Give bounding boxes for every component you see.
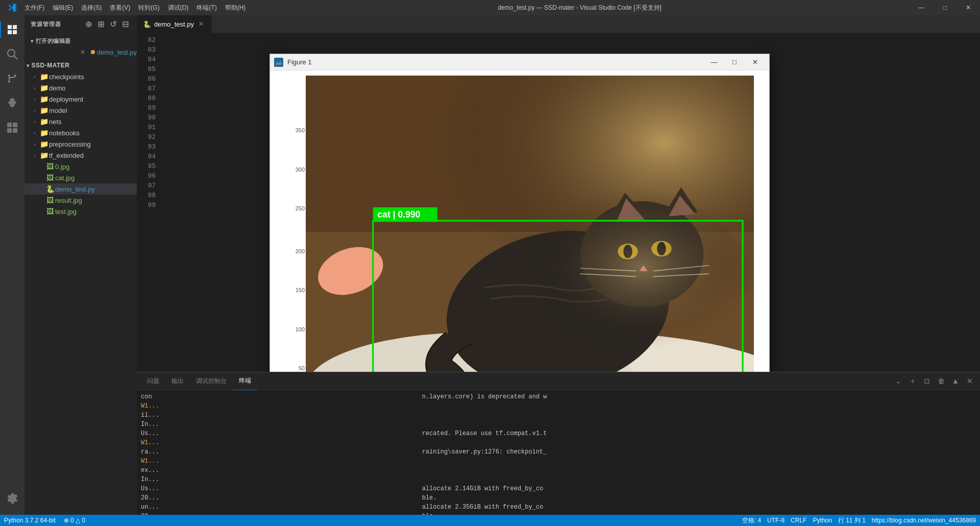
tab-close-btn[interactable]: ✕ (197, 20, 205, 28)
open-editor-item-demo-test[interactable]: ✕ demo_test.py (24, 46, 137, 58)
activity-explorer[interactable] (0, 17, 24, 42)
panel-tab-output[interactable]: 输出 (165, 372, 190, 390)
maximize-button[interactable]: □ (933, 0, 957, 15)
editor-content[interactable]: 82 83 84 85 86 87 88 89 90 91 92 93 94 9… (137, 33, 980, 372)
open-editors-section: ▾ 打开的编辑器 ✕ demo_test.py (24, 33, 137, 60)
folder-nets[interactable]: › 📁 nets (24, 116, 137, 127)
figure-close-btn[interactable]: ✕ (745, 55, 765, 70)
file-cat-jpg[interactable]: › 🖼 cat.jpg (24, 172, 137, 183)
activity-settings[interactable] (0, 486, 24, 511)
terminal-right-7: raining\saver.py:1276: checkpoint_ (422, 447, 976, 457)
folder-nets-chevron: › (31, 117, 39, 126)
panel-up-btn[interactable]: ▲ (949, 375, 962, 387)
project-section-header[interactable]: ▾ SSD-MATER (24, 60, 137, 71)
svg-rect-8 (7, 128, 12, 133)
terminal-right-4 (422, 420, 976, 429)
folder-model[interactable]: › 📁 model (24, 105, 137, 116)
panel: 问题 输出 调试控制台 终端 ⌄ + ⊡ 🗑 ▲ ✕ (137, 372, 980, 515)
line-99: 99 (137, 200, 156, 210)
activity-bar (0, 15, 24, 515)
terminal-content[interactable]: con W1... il... In... Us... W1... ra... … (137, 390, 980, 515)
line-90: 90 (137, 113, 156, 123)
activity-extensions[interactable] (0, 115, 24, 140)
folder-tf-extended[interactable]: › 📁 tf_extended (24, 150, 137, 161)
status-python[interactable]: Python 3.7.2 64-bit (4, 517, 56, 524)
file-result-icon: 🖼 (46, 196, 54, 204)
open-editors-header[interactable]: ▾ 打开的编辑器 (24, 35, 137, 46)
file-demo-icon: 🐍 (46, 185, 54, 193)
collapse-icon[interactable]: ⊟ (120, 19, 131, 30)
panel-tab-output-label: 输出 (172, 377, 184, 386)
status-spaces[interactable]: 空格: 4 (742, 516, 761, 525)
activity-source-control[interactable] (0, 66, 24, 91)
menu-view[interactable]: 查看(V) (106, 0, 134, 15)
folder-name-demo: demo (49, 84, 66, 92)
svg-rect-9 (13, 128, 17, 133)
file-0-icon: 🖼 (46, 162, 54, 171)
menu-goto[interactable]: 转到(G) (134, 0, 163, 15)
panel-trash-btn[interactable]: 🗑 (935, 375, 947, 387)
panel-split-btn[interactable]: ⊡ (921, 375, 933, 387)
terminal-line-in1: In... (141, 420, 418, 429)
terminal-line-w1b: W1... (141, 438, 418, 447)
panel-tab-terminal[interactable]: 终端 (233, 372, 257, 390)
status-errors[interactable]: ⊗ 0 △ 0 (64, 517, 85, 524)
folder-demo-icon: 📁 (40, 84, 48, 92)
panel-new-terminal-btn[interactable]: + (906, 375, 919, 387)
menu-help[interactable]: 帮助(H) (221, 0, 250, 15)
menu-debug[interactable]: 调试(D) (164, 0, 193, 15)
file-demo-test-py[interactable]: › 🐍 demo_test.py (24, 183, 137, 195)
file-test-jpg[interactable]: › 🖼 test.jpg (24, 206, 137, 217)
new-folder-icon[interactable]: ⊞ (96, 19, 106, 30)
vscode-logo (4, 0, 20, 15)
open-editors-chevron: ▾ (31, 38, 34, 44)
line-85: 85 (137, 64, 156, 74)
file-0-jpg[interactable]: › 🖼 0.jpg (24, 161, 137, 172)
file-cat-icon: 🖼 (46, 174, 54, 182)
panel-close-btn[interactable]: ✕ (964, 375, 976, 387)
menu-terminal[interactable]: 终端(T) (192, 0, 220, 15)
folder-preprocessing[interactable]: › 📁 preprocessing (24, 138, 137, 150)
minimize-button[interactable]: — (910, 0, 933, 15)
tab-demo-test-py[interactable]: 🐍 demo_test.py ✕ (137, 15, 212, 33)
figure-minimize-btn[interactable]: — (704, 55, 724, 70)
folder-tf-extended-icon: 📁 (40, 151, 48, 159)
file-result-name: result.jpg (55, 197, 82, 204)
main-area: 资源管理器 ⊕ ⊞ ↺ ⊟ ▾ 打开的编辑器 ✕ demo_test.py (0, 15, 980, 515)
panel-tab-debug[interactable]: 调试控制台 (190, 372, 233, 390)
figure-window[interactable]: Figure 1 — □ ✕ 0 50 100 150 (270, 54, 770, 372)
panel-tab-problems[interactable]: 问题 (141, 372, 165, 390)
line-97: 97 (137, 181, 156, 190)
status-encoding[interactable]: UTF-8 (767, 516, 785, 525)
folder-tree: ▾ SSD-MATER › 📁 checkpoints › 📁 demo › 📁… (24, 60, 137, 515)
svg-point-2 (8, 75, 10, 77)
terminal-line-w1a: W1... (141, 401, 418, 411)
terminal-line-us1: Us... (141, 429, 418, 438)
panel-dropdown-btn[interactable]: ⌄ (892, 375, 904, 387)
folder-model-icon: 📁 (40, 106, 48, 114)
activity-debug[interactable] (0, 91, 24, 115)
mpl-figure: 0 50 100 150 200 250 300 350 (285, 76, 759, 372)
status-url[interactable]: https://blog.csdn.net/weixin_44536869 (872, 516, 976, 525)
menu-file[interactable]: 文件(F) (20, 0, 48, 15)
folder-demo[interactable]: › 📁 demo (24, 82, 137, 93)
status-cursor[interactable]: 行 11 列 1 (838, 516, 866, 525)
close-editor-icon[interactable]: ✕ (79, 48, 87, 56)
refresh-icon[interactable]: ↺ (108, 19, 118, 30)
status-language[interactable]: Python (813, 516, 831, 525)
folder-deployment[interactable]: › 📁 deployment (24, 93, 137, 105)
file-result-jpg[interactable]: › 🖼 result.jpg (24, 195, 137, 206)
sidebar-header: 资源管理器 ⊕ ⊞ ↺ ⊟ (24, 15, 137, 33)
line-89: 89 (137, 103, 156, 113)
folder-notebooks[interactable]: › 📁 notebooks (24, 127, 137, 138)
figure-maximize-btn[interactable]: □ (724, 55, 745, 70)
new-file-icon[interactable]: ⊕ (84, 19, 94, 30)
activity-search[interactable] (0, 42, 24, 66)
menu-edit[interactable]: 编辑(E) (48, 0, 77, 15)
folder-name-nets: nets (49, 118, 62, 126)
folder-checkpoints[interactable]: › 📁 checkpoints (24, 71, 137, 82)
close-button[interactable]: ✕ (957, 0, 980, 15)
line-98: 98 (137, 190, 156, 200)
status-eol[interactable]: CRLF (791, 516, 806, 525)
menu-select[interactable]: 选择(S) (77, 0, 106, 15)
